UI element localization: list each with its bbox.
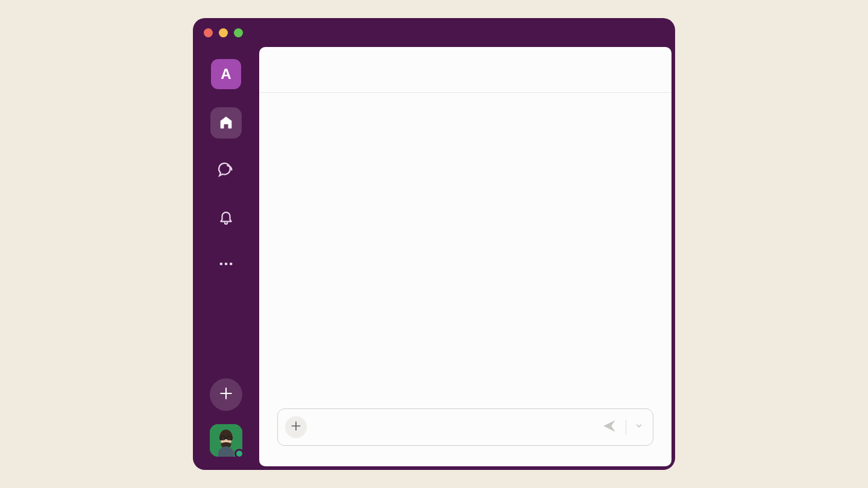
composer-area (259, 408, 671, 466)
user-avatar[interactable] (210, 424, 242, 457)
workspace-tile[interactable]: A (211, 59, 241, 89)
presence-indicator (234, 449, 244, 458)
send-options-button[interactable] (632, 417, 646, 437)
message-composer[interactable] (277, 408, 653, 446)
svg-point-2 (230, 263, 233, 266)
message-input[interactable] (313, 409, 593, 445)
main-pane (259, 47, 671, 466)
window-titlebar (193, 18, 675, 47)
app-window: A (193, 18, 675, 470)
compose-button[interactable] (210, 378, 242, 411)
workspace-initial: A (221, 66, 231, 83)
dms-button[interactable] (210, 154, 242, 186)
send-button[interactable] (599, 417, 620, 437)
chevron-down-icon (635, 422, 643, 433)
svg-point-1 (225, 263, 228, 266)
channel-header (259, 47, 671, 93)
activity-button[interactable] (210, 201, 242, 233)
message-area (259, 93, 671, 408)
composer-divider (626, 420, 626, 434)
more-button[interactable] (210, 248, 242, 280)
side-rail: A (193, 47, 259, 470)
maximize-window-button[interactable] (234, 28, 243, 37)
svg-point-0 (220, 263, 223, 266)
attach-button[interactable] (285, 416, 307, 438)
close-window-button[interactable] (204, 28, 213, 37)
plus-icon (218, 386, 234, 404)
plus-icon (290, 420, 302, 434)
chat-icon (218, 161, 234, 178)
app-body: A (193, 47, 675, 470)
minimize-window-button[interactable] (219, 28, 228, 37)
more-horizontal-icon (218, 255, 234, 272)
home-button[interactable] (210, 107, 242, 139)
home-icon (218, 114, 234, 131)
bell-icon (218, 209, 234, 225)
send-icon (602, 418, 617, 436)
